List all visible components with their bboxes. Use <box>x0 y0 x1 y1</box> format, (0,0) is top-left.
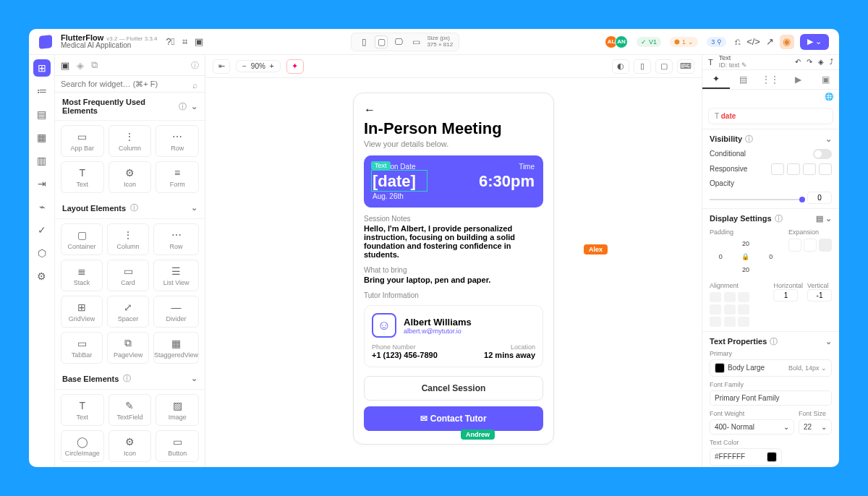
export-icon[interactable]: ▣ <box>195 36 203 48</box>
widget-stack[interactable]: ≣Stack <box>61 260 103 291</box>
prop-tab-docs[interactable]: ▣ <box>812 70 839 89</box>
panel-tab-icon[interactable]: ◈ <box>77 60 84 71</box>
chevron-down-icon[interactable]: ⌄ <box>825 134 832 144</box>
help-icon[interactable]: ?⃝ <box>166 36 175 48</box>
redo-icon[interactable]: ↷ <box>807 58 812 66</box>
widget-column[interactable]: ⋮Column <box>107 223 149 255</box>
widget-container[interactable]: ▢Container <box>61 223 103 255</box>
api-icon[interactable]: ⌁ <box>33 198 51 215</box>
pages-icon[interactable]: ▤ <box>33 106 51 123</box>
opacity-slider[interactable] <box>710 199 803 200</box>
tablet-preview-icon[interactable]: ▢ <box>655 59 673 74</box>
selected-text-date[interactable]: [date] <box>373 172 416 191</box>
panel-toggle-icon[interactable]: ⇤ <box>213 59 230 74</box>
datatypes-icon[interactable]: ▥ <box>33 152 51 169</box>
info-icon[interactable]: ⓘ <box>179 101 187 112</box>
chevron-down-icon[interactable]: ⌄ <box>191 203 197 213</box>
font-weight-select[interactable]: 400- Normal⌄ <box>710 419 794 435</box>
panel-tab-icon[interactable]: ⧉ <box>91 59 98 71</box>
widget-image[interactable]: ▨Image <box>156 394 199 426</box>
exp-opt[interactable] <box>819 239 832 252</box>
device-preview[interactable]: ← In-Person Meeting View your details be… <box>353 93 554 445</box>
palette-icon[interactable]: ⬡ <box>33 244 51 262</box>
prop-tab-animations[interactable]: ▶ <box>784 70 812 89</box>
font-family-select[interactable]: Primary Font Family <box>710 390 832 406</box>
widget-row[interactable]: ⋯Row <box>153 223 199 255</box>
widget-staggeredview[interactable]: ▦StaggeredView <box>153 332 199 364</box>
credits-pill[interactable]: ⬢ 1 ⌄ <box>670 37 698 47</box>
cancel-session-button[interactable]: Cancel Session <box>364 376 543 401</box>
edit-icon[interactable]: ✎ <box>741 61 747 69</box>
device-custom-icon[interactable]: ▭ <box>409 35 422 48</box>
appstate-icon[interactable]: ⇥ <box>33 175 51 192</box>
widget-spacer[interactable]: ⤢Spacer <box>107 296 149 328</box>
widget-icon[interactable]: ⚙Icon <box>109 161 152 193</box>
globe-icon[interactable]: 🌐 <box>825 93 833 101</box>
gift-icon[interactable]: ⌗ <box>182 36 187 48</box>
branch-icon[interactable]: ⎌ <box>735 36 741 47</box>
collab-avatars[interactable]: AL AN <box>608 35 628 48</box>
alignment-grid[interactable] <box>710 292 750 327</box>
chevron-down-icon[interactable]: ⌄ <box>191 102 197 111</box>
chevron-down-icon[interactable]: ⌄ <box>825 337 832 346</box>
component-icon[interactable]: ◈ <box>818 58 824 66</box>
widget-text[interactable]: TText <box>61 161 104 193</box>
eye-icon[interactable]: ◉ <box>780 35 794 49</box>
run-button[interactable]: ▶ ⌄ <box>800 34 829 50</box>
padding-control[interactable]: 20 0🔒0 20 <box>710 239 782 275</box>
phone-preview-icon[interactable]: ▯ <box>634 59 651 74</box>
version-pill[interactable]: ✓ V1 <box>637 37 661 47</box>
undo-icon[interactable]: ↶ <box>795 58 801 66</box>
widget-text[interactable]: TText <box>61 394 104 426</box>
settings-icon[interactable]: ⚙ <box>33 268 51 285</box>
zoom-control[interactable]: −90%+ <box>236 60 281 72</box>
tree-icon[interactable]: ≔ <box>33 82 51 100</box>
info-icon[interactable]: ⓘ <box>130 202 138 213</box>
chevron-down-icon[interactable]: ▤ ⌄ <box>816 214 832 223</box>
widget-form[interactable]: ≡Form <box>156 161 199 193</box>
conditional-toggle[interactable] <box>813 149 832 159</box>
device-desktop-icon[interactable]: 🖵 <box>392 35 405 48</box>
info-icon[interactable]: ⓘ <box>123 373 131 384</box>
search-input[interactable] <box>61 80 199 88</box>
horiz-input[interactable] <box>773 289 798 302</box>
exp-opt[interactable] <box>804 239 817 252</box>
widget-column[interactable]: ⋮Column <box>109 125 152 157</box>
session-card[interactable]: Session Date Time [date] 6:30pm Aug. 26t… <box>364 155 543 208</box>
widget-app-bar[interactable]: ▭App Bar <box>61 125 104 157</box>
panel-tab-icon[interactable]: ▣ <box>61 60 69 71</box>
prop-tab-backend[interactable]: ⋮⋮ <box>757 70 785 89</box>
resp-off[interactable] <box>819 163 832 175</box>
lock-icon[interactable]: 🔒 <box>735 252 757 262</box>
chevron-down-icon[interactable]: ⌄ <box>191 374 197 383</box>
bound-var-chip[interactable]: T date <box>708 108 833 124</box>
issues-pill[interactable]: 3 ⚲ <box>707 37 726 47</box>
widget-gridview[interactable]: ⊞GridView <box>61 296 103 328</box>
resp-phone[interactable] <box>771 163 784 175</box>
resp-desk[interactable] <box>803 163 816 175</box>
ai-icon[interactable]: ✦ <box>286 59 304 74</box>
widget-tabbar[interactable]: ▭TabBar <box>61 332 103 364</box>
prop-tab-actions[interactable]: ▤ <box>730 70 757 89</box>
text-style-select[interactable]: Body Large Bold, 14px ⌄ <box>710 359 832 377</box>
font-size-select[interactable]: 22⌄ <box>799 419 832 435</box>
widget-listview[interactable]: ☰List View <box>153 260 199 291</box>
info-icon[interactable]: ⓘ <box>191 60 199 71</box>
back-icon[interactable]: ← <box>364 103 543 116</box>
widget-pageview[interactable]: ⧉PageView <box>107 332 149 364</box>
widget-row[interactable]: ⋯Row <box>156 125 199 157</box>
widget-button[interactable]: ▭Button <box>156 430 199 462</box>
vert-input[interactable] <box>807 289 832 302</box>
resp-tablet[interactable] <box>787 163 800 175</box>
export-icon[interactable]: ⤴ <box>830 58 833 66</box>
darkmode-icon[interactable]: ◐ <box>612 59 629 74</box>
widget-card[interactable]: ▭Card <box>107 260 149 291</box>
open-icon[interactable]: ↗ <box>766 36 774 47</box>
widget-divider[interactable]: —Divider <box>153 296 199 328</box>
widget-circleimage[interactable]: ◯CircleImage <box>61 430 104 462</box>
avatar[interactable]: AN <box>615 35 628 48</box>
widgets-tab-icon[interactable]: ⊞ <box>33 59 51 77</box>
exp-opt[interactable] <box>788 239 801 252</box>
text-color-input[interactable]: #FFFFFF <box>710 448 782 466</box>
prop-tab-style[interactable]: ✦ <box>702 70 730 89</box>
